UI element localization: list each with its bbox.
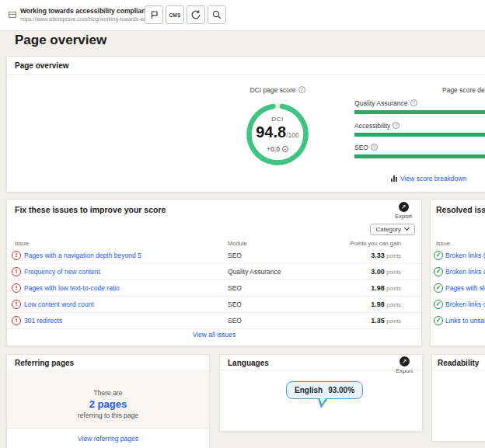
page-heading: Page overview (15, 33, 106, 48)
export-icon (399, 202, 409, 212)
table-row: Broken links at page level (431, 264, 485, 280)
header-divider (220, 370, 422, 370)
check-icon (434, 267, 443, 276)
error-icon (12, 267, 21, 276)
page-url: https://www.siteimprove.com/blog/working… (20, 16, 156, 22)
resolved-table: Broken links (overall) Broken links at p… (431, 248, 485, 329)
top-toolbar: Working towards accessibility compliance… (0, 0, 485, 31)
resolved-card-title: Resolved issues (436, 205, 485, 214)
check-icon (434, 283, 443, 293)
table-row: Frequency of new content Quality Assuran… (7, 264, 421, 280)
language-percent: 93.00% (328, 386, 354, 394)
table-row: Pages with low text-to-code ratio SEO 1.… (7, 280, 421, 297)
page-overview-screen: Working towards accessibility compliance… (0, 0, 485, 448)
error-icon (12, 316, 21, 325)
footer-divider (7, 428, 209, 429)
cms-button[interactable]: CMS (166, 5, 184, 24)
help-icon[interactable] (371, 144, 378, 151)
export-icon (400, 356, 410, 366)
score-label-accessibility: Accessibility (354, 122, 400, 130)
issue-link[interactable]: Frequency of new content (24, 268, 100, 276)
languages-card: Languages Export English 93.00% (219, 354, 423, 432)
referring-count-link[interactable]: 2 pages (89, 398, 127, 410)
overview-card: Page overview DCI page score DCI 94.8/10… (6, 56, 485, 193)
col-module: Module (228, 240, 247, 247)
issue-points: 3.33 points (371, 252, 401, 259)
header-divider (432, 370, 485, 370)
issue-module: SEO (228, 317, 242, 325)
page-title: Working towards accessibility compliance (20, 7, 153, 15)
referring-card-title: Referring pages (15, 359, 74, 367)
language-name: English (295, 386, 323, 394)
issues-table: Pages with a navigation depth beyond 5 S… (7, 248, 421, 329)
check-icon (434, 251, 443, 260)
issue-points: 1.98 points (371, 284, 401, 292)
refresh-icon (190, 9, 201, 20)
issue-link[interactable]: Pages with a navigation depth beyond 5 (24, 252, 141, 259)
table-row: Broken links (overall) (431, 248, 485, 264)
col-points: Points you can gain (351, 240, 401, 247)
export-label: Export (396, 367, 413, 374)
table-row: Links to unsafe domains (431, 313, 485, 329)
col-issue: Issue (436, 240, 450, 247)
search-icon (211, 9, 222, 20)
issue-points: 1.35 points (371, 317, 401, 325)
search-button[interactable] (208, 5, 226, 24)
view-all-issues-link[interactable]: View all issues (193, 331, 236, 339)
issue-module: SEO (228, 252, 242, 259)
score-label-quality-assurance: Quality Assurance (354, 99, 417, 107)
issues-card: Fix these issues to improve your score E… (6, 199, 422, 346)
flag-page-button[interactable] (145, 5, 163, 24)
table-row: Low content word count SEO 1.98 points (7, 297, 421, 313)
issue-link[interactable]: Pages with low text-to-code ratio (24, 284, 120, 292)
error-icon (12, 300, 21, 309)
quality-assurance-score-bar (354, 110, 485, 114)
languages-export-button[interactable]: Export (396, 356, 413, 374)
issue-link[interactable]: 301 redirects (24, 317, 62, 325)
category-dropdown[interactable]: Category (370, 224, 415, 235)
help-icon[interactable] (393, 122, 400, 129)
issue-module: SEO (228, 300, 242, 308)
score-label-seo: SEO (354, 144, 378, 151)
history-icon[interactable] (282, 146, 288, 152)
readability-card-title: Readability (438, 359, 479, 367)
issue-module: SEO (228, 284, 242, 292)
dci-gauge: DCI 94.8/100 +0.0 (246, 103, 309, 165)
resolved-issue-link[interactable]: Broken links on level (445, 300, 485, 308)
issues-export-button[interactable]: Export (395, 202, 412, 220)
overview-card-title: Page overview (15, 61, 68, 70)
flag-icon (148, 9, 159, 20)
referring-count: 2 pages (7, 398, 209, 410)
help-icon[interactable] (410, 99, 417, 106)
issue-points: 1.98 points (371, 300, 401, 308)
recheck-button[interactable] (187, 5, 205, 24)
gauge-change: +0.0 (246, 145, 309, 153)
view-score-breakdown-link[interactable]: View score breakdown (391, 175, 466, 182)
table-row: Pages with slow load time (431, 280, 485, 297)
table-row: Broken links on level (431, 297, 485, 313)
issue-module: Quality Assurance (228, 268, 281, 276)
help-icon[interactable] (298, 86, 305, 93)
bar-chart-icon (391, 175, 397, 182)
error-icon (12, 251, 21, 260)
issue-link[interactable]: Low content word count (24, 300, 94, 308)
referring-pages-card: Referring pages There are 2 pages referr… (6, 354, 210, 448)
resolved-issue-link[interactable]: Broken links (overall) (445, 252, 485, 259)
dci-page-score-label: DCI page score (231, 86, 324, 94)
window-icon (9, 12, 16, 18)
col-issue: Issue (15, 240, 29, 247)
table-row: Pages with a navigation depth beyond 5 S… (7, 248, 421, 264)
resolved-issues-card: Resolved issues Issue Broken links (over… (430, 199, 485, 346)
resolved-issue-link[interactable]: Broken links at page level (445, 268, 485, 276)
chevron-down-icon (404, 225, 410, 231)
gauge-inner-label: DCI (246, 116, 309, 123)
check-icon (434, 300, 443, 309)
error-icon (12, 283, 21, 293)
issue-points: 3.00 points (371, 268, 401, 276)
resolved-issue-link[interactable]: Pages with slow load time (445, 284, 485, 292)
referring-line1: There are (7, 389, 209, 397)
view-referring-pages-link[interactable]: View referring pages (78, 435, 138, 443)
page-score-development-label: Page score development (442, 86, 485, 94)
header-divider (7, 75, 485, 75)
resolved-issue-link[interactable]: Links to unsafe domains (445, 317, 485, 325)
